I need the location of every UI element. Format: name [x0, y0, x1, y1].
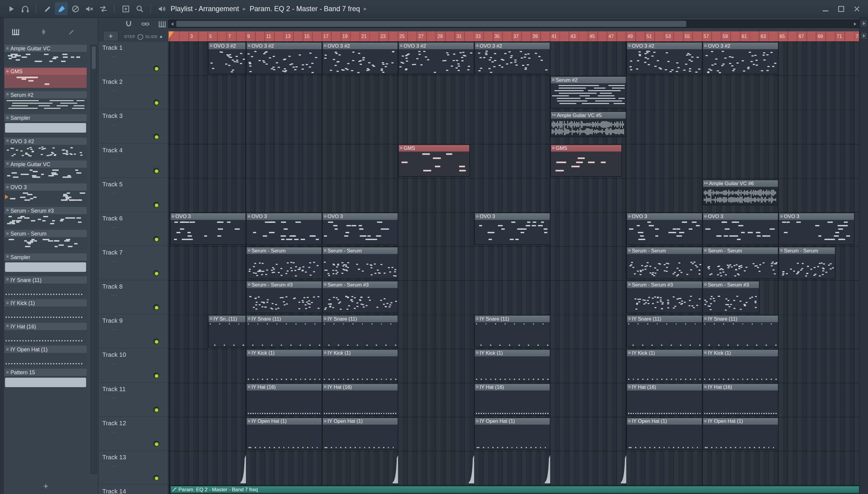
- grid-button[interactable]: [158, 20, 167, 29]
- pattern-scrollbar-handle[interactable]: [92, 46, 96, 69]
- pattern-item[interactable]: ≡Ample Guitar VC: [4, 160, 87, 180]
- pattern-clip[interactable]: ≡Serum - Serum: [778, 247, 835, 279]
- track-name[interactable]: Track 14: [102, 488, 126, 494]
- slide-toggle[interactable]: [160, 36, 162, 38]
- pattern-clip[interactable]: ≡IY Open Hat (1): [474, 417, 550, 450]
- track-name[interactable]: Track 8: [102, 283, 123, 290]
- pattern-clip[interactable]: ≡IY Kick (1): [246, 349, 322, 382]
- pattern-item[interactable]: ≡Serum - Serum #3: [4, 207, 87, 227]
- track-name[interactable]: Track 2: [102, 78, 123, 85]
- pattern-clip[interactable]: ≡Serum - Serum: [246, 247, 322, 279]
- track-name[interactable]: Track 13: [102, 454, 126, 460]
- pattern-item[interactable]: ≡Sampler: [4, 114, 87, 134]
- track-led[interactable]: [153, 407, 159, 413]
- automation-clip[interactable]: Param. EQ 2 - Master - Band 7 freq: [170, 486, 859, 494]
- slip-tool-button[interactable]: [97, 2, 110, 15]
- track-name[interactable]: Track 11: [102, 385, 126, 392]
- track-header[interactable]: Track 7...: [99, 246, 169, 280]
- pattern-clip[interactable]: ≡IY Sn..(11): [208, 315, 246, 347]
- pattern-item[interactable]: ≡OVO 3 #2: [4, 137, 87, 158]
- pattern-clip[interactable]: ≡Serum - Serum #3: [703, 281, 760, 314]
- pattern-item[interactable]: ≡GMS: [4, 68, 87, 88]
- automation-spike-clip[interactable]: [393, 454, 398, 484]
- mute-tool-button[interactable]: [83, 2, 96, 15]
- pattern-clip[interactable]: ≡IY Kick (1): [474, 349, 550, 382]
- pattern-clip[interactable]: ≡OVO 3 #2: [208, 42, 246, 75]
- pattern-clip[interactable]: ≡IY Open Hat (1): [703, 417, 778, 450]
- headphones-button[interactable]: [18, 2, 31, 15]
- pattern-clip[interactable]: ≡IY Hat (16): [703, 383, 778, 416]
- track-header[interactable]: Track 11...: [99, 383, 169, 417]
- scroll-left-button[interactable]: [169, 20, 175, 27]
- pattern-clip[interactable]: ≡IY Hat (16): [246, 383, 322, 416]
- pattern-clip[interactable]: ≡IY Snare (11): [246, 315, 322, 347]
- pattern-clip[interactable]: ≡IY Snare (11): [703, 315, 778, 347]
- paint-tool-button[interactable]: [55, 2, 68, 15]
- pattern-clip[interactable]: ≡OVO 3: [474, 213, 550, 245]
- playhead-marker[interactable]: [169, 31, 174, 39]
- pattern-clip[interactable]: ≡IY Snare (11): [474, 315, 550, 347]
- pattern-clip[interactable]: ≡Serum - Serum #3: [626, 281, 702, 314]
- track-header[interactable]: Track 10...: [99, 349, 169, 383]
- automation-spike-clip[interactable]: [545, 454, 550, 484]
- track-name[interactable]: Track 12: [102, 419, 126, 426]
- track-led[interactable]: [153, 304, 159, 310]
- pattern-clip[interactable]: ≡Serum - Serum: [626, 247, 702, 279]
- minimize-button[interactable]: [821, 4, 830, 13]
- playlist-grid[interactable]: ≡OVO 3 #2≡OVO 3 #2≡OVO 3 #2≡OVO 3 #2≡OVO…: [169, 41, 859, 494]
- play-button[interactable]: [4, 2, 18, 15]
- track-header[interactable]: Track 9...: [99, 315, 169, 349]
- track-header[interactable]: Track 12...: [99, 417, 169, 451]
- pattern-clip[interactable]: ≡Serum - Serum #3: [246, 281, 322, 314]
- audio-clip[interactable]: ↦Ample Guitar VC #5: [550, 111, 626, 137]
- track-led[interactable]: [153, 99, 159, 106]
- link-button[interactable]: [141, 20, 151, 29]
- add-track-button[interactable]: +: [103, 31, 118, 41]
- pattern-clip[interactable]: ≡IY Open Hat (1): [626, 417, 702, 450]
- pattern-clip[interactable]: ≡IY Kick (1): [703, 349, 778, 382]
- pattern-item[interactable]: ≡Sampler: [4, 253, 87, 273]
- track-led[interactable]: [153, 65, 159, 72]
- track-name[interactable]: Track 7: [102, 249, 123, 255]
- automation-spike-clip[interactable]: [621, 454, 627, 484]
- pattern-item[interactable]: ≡OVO 3: [4, 184, 87, 204]
- scroll-right-button[interactable]: [852, 20, 859, 27]
- draw-tool-button[interactable]: [41, 2, 54, 15]
- track-name[interactable]: Track 9: [102, 317, 123, 324]
- track-header[interactable]: Track 13...: [99, 451, 169, 485]
- track-header[interactable]: Track 4...: [99, 144, 169, 178]
- pattern-clip[interactable]: ≡OVO 3: [322, 213, 398, 245]
- track-name[interactable]: Track 5: [102, 180, 123, 187]
- pattern-item[interactable]: ≡IY Open Hat (1): [4, 346, 87, 366]
- pattern-clip[interactable]: ≡OVO 3 #2: [322, 42, 398, 75]
- pattern-clip[interactable]: ≡OVO 3 #2: [474, 42, 550, 75]
- track-header[interactable]: Track 14...: [99, 485, 169, 494]
- pattern-item[interactable]: ≡IY Kick (1): [4, 300, 87, 320]
- track-header[interactable]: Track 5...: [99, 178, 169, 212]
- pattern-clip[interactable]: ≡IY Open Hat (1): [322, 417, 398, 450]
- pattern-clip[interactable]: ≡IY Hat (16): [626, 383, 702, 416]
- add-pattern-button[interactable]: +: [40, 481, 52, 491]
- pattern-grid-button[interactable]: [11, 27, 21, 37]
- track-header[interactable]: Track 1...: [99, 41, 169, 75]
- pattern-item[interactable]: ≡Serum #2: [4, 91, 87, 111]
- track-name[interactable]: Track 1: [102, 44, 123, 51]
- zoom-tool-button[interactable]: [119, 2, 132, 15]
- pattern-clip[interactable]: ≡OVO 3 #2: [398, 42, 474, 75]
- pattern-clip[interactable]: ≡OVO 3: [246, 213, 322, 245]
- hscroll-end-button[interactable]: [860, 20, 867, 27]
- magnet-button[interactable]: [124, 20, 134, 29]
- timeline-ruler[interactable]: 3579111315171921232527293133353739414345…: [169, 31, 859, 42]
- track-led[interactable]: [153, 202, 159, 208]
- ruler-scroll-right-button[interactable]: [860, 32, 867, 40]
- audio-clip[interactable]: ↦Ample Guitar VC #6: [703, 179, 778, 205]
- track-led[interactable]: [153, 134, 159, 140]
- step-toggle[interactable]: [137, 34, 143, 39]
- pattern-clip[interactable]: ≡OVO 3 #2: [703, 42, 778, 75]
- track-led[interactable]: [153, 168, 159, 174]
- track-header[interactable]: Track 8...: [99, 280, 169, 314]
- track-led[interactable]: [153, 475, 159, 481]
- delete-tool-button[interactable]: [69, 2, 82, 15]
- track-led[interactable]: [153, 373, 159, 379]
- track-led[interactable]: [153, 236, 159, 242]
